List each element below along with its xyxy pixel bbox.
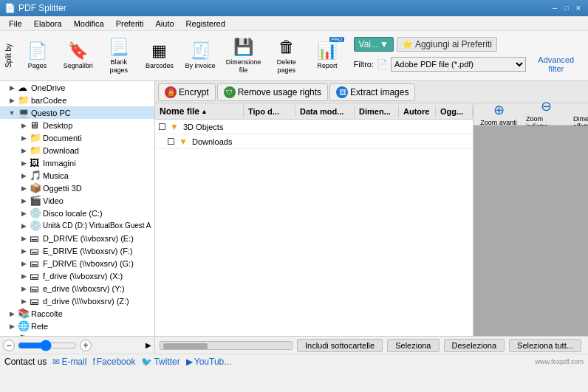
tree-arrow: ▶	[18, 134, 30, 142]
tree-item-immagini[interactable]: ▶ 🖼 Immagini	[0, 157, 154, 169]
e-drive-y-icon: 🖴	[30, 283, 43, 294]
barcodes-button[interactable]: ▦ Barcodes	[140, 35, 178, 78]
tree-item-unita-cd[interactable]: ▶ 💿 Unità CD (D:) VirtualBox Guest A	[0, 219, 154, 232]
report-button[interactable]: 📊 Report PRO	[308, 35, 346, 78]
file-list: Nome file ▲ Tipo d... Data mod... Dimen.…	[155, 103, 474, 336]
row-checkbox-downloads[interactable]: ☐	[167, 137, 179, 147]
zoom-in-button[interactable]: ⊕ Zoom avanti	[476, 100, 521, 128]
encrypt-label: Encrypt	[179, 87, 209, 97]
file-size-button[interactable]: 💾 Dimensione file	[222, 35, 265, 78]
col-autore: Autore	[399, 106, 436, 117]
folder-icon-3d: ▼	[170, 122, 183, 132]
row-checkbox-3d[interactable]: ☐	[158, 122, 170, 132]
maximize-button[interactable]: □	[561, 3, 572, 13]
bookmarks-button[interactable]: 🔖 Segnalibri	[59, 35, 97, 78]
tree-item-download[interactable]: ▶ 📁 Download	[0, 144, 154, 157]
select-all-button[interactable]: Seleziona tutt...	[509, 339, 581, 352]
tree-item-rete[interactable]: ▶ 🌐 Rete	[0, 320, 154, 332]
tree-item-f-drive-x[interactable]: ▶ 🖴 f_drive (\\vboxsrv) (X:)	[0, 269, 154, 282]
advanced-filter-button[interactable]: Advanced filter	[529, 54, 584, 75]
add-favorites-button[interactable]: ⭐ Aggiungi ai Preferiti	[397, 37, 497, 52]
menu-registered[interactable]: Registered	[180, 18, 231, 30]
email-icon: ✉	[52, 357, 60, 367]
tree-item-d-drive-z[interactable]: ▶ 🖴 d_drive (\\\\vboxsrv) (Z:)	[0, 295, 154, 307]
menu-modifica[interactable]: Modifica	[68, 18, 110, 30]
main-area: ▶ ☁ OneDrive ▶ 📁 barCodee ▼ 💻 Questo PC …	[0, 81, 588, 354]
tree-arrow: ▶	[18, 159, 30, 167]
rete-icon: 🌐	[18, 320, 31, 331]
raccolte-icon: 📚	[18, 308, 31, 319]
tree-arrow: ▶	[18, 197, 30, 204]
video-icon: 🎬	[30, 195, 43, 206]
sort-asc-icon: ▲	[201, 108, 208, 115]
col-tipo: Tipo d...	[244, 106, 295, 117]
tree-item-oggetti3d[interactable]: ▶ 📦 Oggetti 3D	[0, 182, 154, 194]
delete-pages-button[interactable]: 🗑 Delete pages	[267, 35, 305, 78]
tree-arrow: ▶	[18, 222, 30, 230]
extract-images-label: Extract images	[350, 87, 408, 97]
minimize-button[interactable]: ─	[550, 3, 560, 13]
filtro-label: Filtro:	[354, 60, 375, 69]
tree-arrow: ▶	[18, 210, 30, 217]
tree-item-onedrive[interactable]: ▶ ☁ OneDrive	[0, 81, 154, 94]
file-list-header: Nome file ▲ Tipo d... Data mod... Dimen.…	[155, 103, 473, 120]
blank-pages-button[interactable]: 📃 Blank pages	[100, 35, 137, 78]
tree-arrow: ▶	[18, 122, 30, 129]
f-drive-x-icon: 🖴	[30, 270, 43, 281]
tree-item-questo-pc[interactable]: ▼ 💻 Questo PC	[0, 106, 154, 119]
encrypt-button[interactable]: 🔒 Encrypt	[158, 83, 216, 101]
youtube-link[interactable]: ▶ YouTub...	[186, 357, 231, 367]
add-fav-label: Aggiungi ai Preferiti	[415, 39, 492, 49]
zoom-out-icon: ⊖	[541, 98, 552, 114]
tree-item-desktop[interactable]: ▶ 🖥 Desktop	[0, 119, 154, 131]
contact-us-label: Contact us	[4, 357, 47, 367]
col-nome-label: Nome file	[160, 106, 199, 117]
app-title: 📄 PDF Splitter	[4, 3, 66, 13]
split-by-label: Split by	[4, 44, 13, 68]
pages-button[interactable]: 📄 Pages	[18, 35, 56, 78]
extract-images-button[interactable]: 🖼 Extract images	[329, 83, 415, 101]
d-drive-z-icon: 🖴	[30, 295, 43, 306]
preview-panel: ⊕ Zoom avanti ⊖ Zoom indietro ⊞ Dimensio…	[474, 103, 588, 336]
vai-button[interactable]: Vai... ▼	[354, 37, 394, 52]
scrollbar-thumb[interactable]	[163, 343, 208, 349]
tree-item-barcodee[interactable]: ▶ 📁 barCodee	[0, 94, 154, 106]
tree-item-raccolte[interactable]: ▶ 📚 Raccolte	[0, 307, 154, 320]
tree-item-f-drive[interactable]: ▶ 🖴 F_DRIVE (\\vboxsrv) (G:)	[0, 257, 154, 269]
scroll-right-btn[interactable]: ▶	[146, 341, 151, 349]
tree-item-musica[interactable]: ▶ 🎵 Musica	[0, 169, 154, 182]
menu-aiuto[interactable]: Aiuto	[150, 18, 180, 30]
tree-label-raccolte: Raccolte	[31, 309, 63, 318]
deselect-button[interactable]: Deseleziona	[444, 339, 505, 352]
tree-arrow: ▶	[18, 172, 30, 179]
include-subfolders-button[interactable]: Includi sottocartelle	[297, 339, 383, 352]
contact-bar: Contact us ✉ E-mail f Facebook 🐦 Twitter…	[0, 354, 588, 368]
tree-item-disco-c[interactable]: ▶ 💿 Disco locale (C:)	[0, 207, 154, 219]
tree-item-documenti[interactable]: ▶ 📁 Documenti	[0, 131, 154, 144]
tree-item-d-drive[interactable]: ▶ 🖴 D_DRIVE (\\vboxsrv) (E:)	[0, 232, 154, 244]
tree-item-e-drive-y[interactable]: ▶ 🖴 e_drive (\\vboxsrv) (Y:)	[0, 282, 154, 295]
by-invoice-button[interactable]: 🧾 By invoice	[182, 35, 219, 78]
tree-item-video[interactable]: ▶ 🎬 Video	[0, 194, 154, 207]
menu-elabora[interactable]: Elabora	[28, 18, 68, 30]
zoom-minus-button[interactable]: −	[3, 340, 15, 351]
tree-item-e-drive[interactable]: ▶ 🖴 E_DRIVE (\\vboxsrv) (F:)	[0, 244, 154, 257]
by-invoice-label: By invoice	[185, 62, 216, 70]
zoom-in-icon: ⊕	[493, 102, 505, 118]
menu-preferiti[interactable]: Preferiti	[110, 18, 150, 30]
file-row-3d-objects[interactable]: ☐ ▼ 3D Objects	[155, 120, 473, 134]
zoom-plus-button[interactable]: +	[80, 340, 92, 351]
close-button[interactable]: ✕	[573, 3, 584, 13]
email-link[interactable]: ✉ E-mail	[52, 357, 86, 367]
menu-file[interactable]: File	[3, 18, 28, 30]
horizontal-scrollbar[interactable]	[160, 341, 293, 350]
select-button[interactable]: Seleziona	[387, 339, 439, 352]
sidebar-bottom: − + ▶	[0, 336, 154, 354]
remove-rights-button[interactable]: 🛡 Remove usage rights	[217, 83, 328, 101]
facebook-link[interactable]: f Facebook	[92, 357, 135, 367]
twitter-link[interactable]: 🐦 Twitter	[141, 357, 180, 367]
file-row-downloads[interactable]: ☐ ▼ Downloads	[155, 134, 473, 149]
tree-arrow: ▶	[18, 185, 30, 192]
filter-dropdown[interactable]: Adobe PDF file (*.pdf)	[391, 57, 526, 72]
zoom-slider[interactable]	[18, 340, 77, 351]
